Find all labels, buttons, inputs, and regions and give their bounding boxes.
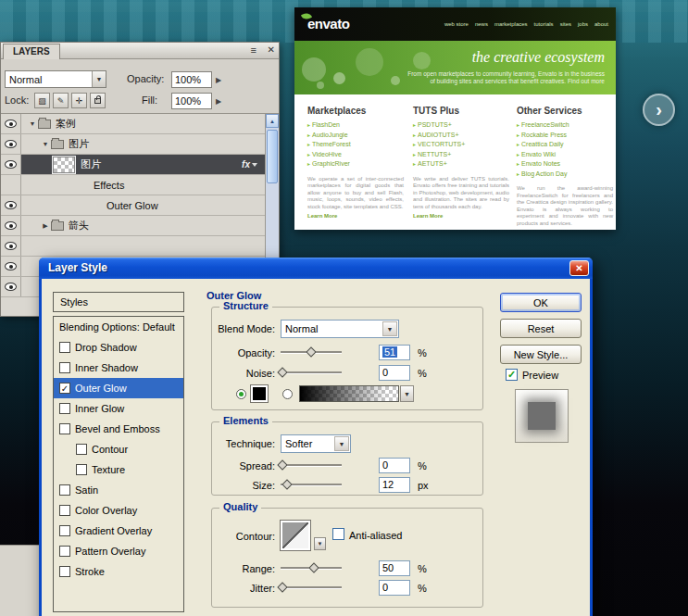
style-item-color-overlay[interactable]: Color Overlay bbox=[54, 500, 183, 521]
lock-transparency-icon[interactable]: ▨ bbox=[34, 93, 50, 108]
opacity-field[interactable]: 51 bbox=[379, 345, 410, 360]
chevron-right-icon[interactable]: ▶ bbox=[40, 222, 51, 230]
visibility-toggle[interactable] bbox=[1, 175, 21, 195]
nav-item[interactable]: marketplaces bbox=[494, 21, 528, 27]
panel-menu-icon[interactable]: ≡ bbox=[251, 44, 256, 56]
visibility-toggle[interactable] bbox=[1, 155, 21, 174]
visibility-toggle[interactable] bbox=[1, 277, 21, 296]
style-item-inner-glow[interactable]: Inner Glow bbox=[54, 398, 183, 419]
nav-item[interactable]: tutorials bbox=[534, 21, 554, 27]
checkbox[interactable] bbox=[76, 464, 87, 475]
chevron-down-icon[interactable]: ▼ bbox=[92, 71, 106, 87]
style-item-gradient-overlay[interactable]: Gradient Overlay bbox=[54, 521, 183, 541]
checkbox[interactable] bbox=[59, 423, 70, 434]
visibility-toggle[interactable] bbox=[1, 114, 21, 133]
checkbox[interactable] bbox=[59, 362, 70, 373]
ok-button[interactable]: OK bbox=[500, 293, 582, 312]
link-item[interactable]: ▸AudioJungle bbox=[307, 131, 404, 141]
lock-all-icon[interactable] bbox=[90, 93, 106, 108]
checkbox[interactable] bbox=[59, 505, 70, 516]
contour-dropdown-icon[interactable]: ▼ bbox=[314, 537, 326, 550]
checkbox[interactable] bbox=[59, 484, 70, 496]
visibility-toggle[interactable] bbox=[1, 216, 21, 235]
layer-row-group[interactable]: ▼ 案例 bbox=[1, 114, 265, 134]
spread-slider[interactable] bbox=[281, 459, 342, 471]
nav-item[interactable]: news bbox=[475, 21, 488, 27]
link-item[interactable]: ▸PSDTUTS+ bbox=[413, 120, 509, 131]
checkbox[interactable] bbox=[59, 566, 70, 577]
fx-badge[interactable]: fx bbox=[242, 159, 265, 170]
lock-move-icon[interactable]: ✛ bbox=[71, 93, 87, 108]
checkbox[interactable] bbox=[59, 546, 70, 557]
range-slider[interactable] bbox=[281, 562, 342, 573]
next-arrow-button[interactable]: › bbox=[643, 94, 675, 126]
link-item[interactable]: ▸NETTUTS+ bbox=[413, 150, 509, 160]
style-item-outer-glow[interactable]: ✓Outer Glow bbox=[54, 378, 183, 398]
chevron-down-icon[interactable]: ▼ bbox=[27, 120, 38, 127]
lock-paint-icon[interactable]: ✎ bbox=[53, 93, 69, 108]
link-item[interactable]: ▸Creattica Daily bbox=[517, 140, 613, 150]
opacity-arrow-icon[interactable]: ▶ bbox=[216, 76, 221, 84]
gradient-dropdown-icon[interactable]: ▼ bbox=[400, 385, 414, 402]
new-style-button[interactable]: New Style... bbox=[500, 345, 582, 364]
nav-item[interactable]: web store bbox=[444, 21, 469, 27]
nav-item[interactable]: jobs bbox=[578, 21, 588, 27]
slider-thumb[interactable] bbox=[277, 367, 287, 377]
layer-row-group[interactable]: ▶ 箭头 bbox=[1, 216, 265, 236]
link-item[interactable]: ▸AUDIOTUTS+ bbox=[413, 131, 509, 141]
dialog-titlebar[interactable]: Layer Style ✕ bbox=[39, 258, 593, 279]
slider-thumb[interactable] bbox=[309, 562, 319, 572]
style-item-satin[interactable]: Satin bbox=[54, 480, 183, 500]
chevron-down-icon[interactable]: ▼ bbox=[382, 321, 397, 336]
jitter-slider[interactable] bbox=[281, 582, 342, 593]
style-item-blending-options[interactable]: Blending Options: Default bbox=[54, 317, 183, 337]
checkbox[interactable] bbox=[76, 444, 87, 455]
link-item[interactable]: ▸ThemeForest bbox=[307, 140, 404, 150]
style-item-pattern-overlay[interactable]: Pattern Overlay bbox=[54, 541, 183, 561]
chevron-down-icon[interactable]: ▼ bbox=[334, 436, 349, 451]
size-slider[interactable] bbox=[281, 479, 342, 490]
layer-row[interactable] bbox=[1, 236, 265, 257]
glow-color-swatch[interactable] bbox=[251, 385, 268, 402]
blend-mode-dropdown[interactable]: Normal ▼ bbox=[5, 70, 106, 88]
range-field[interactable]: 50 bbox=[379, 560, 410, 576]
learn-more-link[interactable]: Learn More bbox=[413, 213, 509, 219]
nav-item[interactable]: sites bbox=[560, 21, 571, 27]
style-item-inner-shadow[interactable]: Inner Shadow bbox=[54, 358, 183, 378]
fill-arrow-icon[interactable]: ▶ bbox=[216, 97, 221, 106]
layer-thumbnail[interactable] bbox=[53, 157, 75, 173]
color-radio[interactable] bbox=[236, 389, 246, 399]
fill-field[interactable]: 100% bbox=[171, 93, 212, 109]
noise-slider[interactable] bbox=[281, 367, 342, 378]
preview-checkbox[interactable]: ✓ bbox=[506, 369, 518, 381]
opacity-slider[interactable] bbox=[281, 346, 342, 358]
scroll-up-icon[interactable]: ▲ bbox=[266, 114, 279, 128]
gradient-picker[interactable] bbox=[299, 385, 399, 402]
checkbox[interactable] bbox=[59, 342, 70, 353]
link-item[interactable]: ▸FlashDen bbox=[307, 120, 404, 131]
link-item[interactable]: ▸Envato Notes bbox=[517, 159, 613, 170]
link-item[interactable]: ▸Envato Wiki bbox=[517, 150, 613, 160]
visibility-toggle[interactable] bbox=[1, 134, 21, 154]
link-item[interactable]: ▸GraphicRiver bbox=[307, 159, 404, 170]
close-icon[interactable]: ✕ bbox=[569, 260, 589, 276]
spread-field[interactable]: 0 bbox=[379, 458, 410, 473]
visibility-toggle[interactable] bbox=[1, 257, 21, 276]
checkbox[interactable] bbox=[59, 525, 70, 536]
panel-close-icon[interactable]: ✕ bbox=[268, 44, 275, 55]
noise-field[interactable]: 0 bbox=[379, 365, 410, 381]
effects-header-row[interactable]: Effects bbox=[1, 175, 265, 195]
nav-item[interactable]: about bbox=[594, 21, 608, 27]
layer-row-group[interactable]: ▼ 图片 bbox=[1, 134, 265, 155]
anti-aliased-checkbox[interactable] bbox=[332, 528, 344, 540]
link-item[interactable]: ▸FreelanceSwitch bbox=[517, 120, 613, 131]
learn-more-link[interactable]: Learn More bbox=[307, 213, 404, 219]
link-item[interactable]: ▸AETUTS+ bbox=[413, 159, 509, 170]
blend-mode-dropdown[interactable]: Normal ▼ bbox=[281, 320, 399, 338]
technique-dropdown[interactable]: Softer ▼ bbox=[281, 434, 351, 453]
style-item-drop-shadow[interactable]: Drop Shadow bbox=[54, 337, 183, 358]
tab-layers[interactable]: LAYERS bbox=[3, 44, 60, 59]
visibility-toggle[interactable] bbox=[1, 236, 21, 256]
effect-row-outer-glow[interactable]: Outer Glow bbox=[1, 195, 265, 216]
style-item-stroke[interactable]: Stroke bbox=[54, 561, 183, 582]
